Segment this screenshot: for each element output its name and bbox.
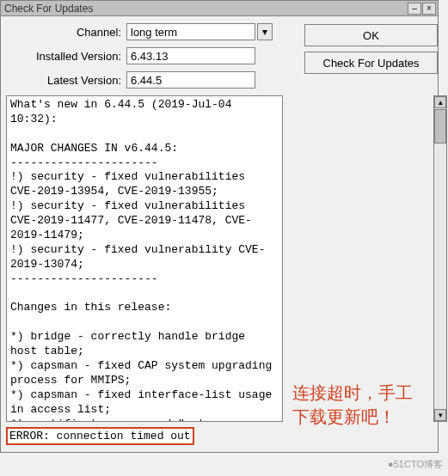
minimize-icon: – bbox=[412, 3, 417, 13]
annotation-text: 连接超时，手工 下载更新吧！ bbox=[292, 381, 413, 429]
error-message: ERROR: connection timed out bbox=[6, 427, 194, 445]
check-updates-button[interactable]: Check For Updates bbox=[304, 52, 438, 74]
watermark: ●51CTO博客 bbox=[388, 458, 443, 471]
channel-dropdown[interactable]: ▾ bbox=[126, 23, 273, 40]
titlebar: Check For Updates – × bbox=[1, 1, 438, 16]
scroll-down-button[interactable]: ▾ bbox=[434, 409, 446, 421]
latest-version-field bbox=[126, 71, 255, 88]
chevron-down-icon: ▾ bbox=[262, 26, 267, 38]
latest-row: Latest Version: bbox=[6, 71, 433, 88]
scrollbar[interactable]: ▴ ▾ bbox=[433, 95, 447, 422]
installed-version-field bbox=[126, 47, 255, 64]
close-button[interactable]: × bbox=[422, 3, 436, 15]
titlebar-buttons: – × bbox=[408, 3, 436, 15]
close-icon: × bbox=[427, 3, 432, 13]
action-buttons: OK Check For Updates bbox=[304, 24, 438, 74]
channel-dropdown-button[interactable]: ▾ bbox=[257, 23, 273, 40]
window-title: Check For Updates bbox=[3, 3, 93, 15]
channel-input[interactable] bbox=[126, 23, 255, 40]
scroll-up-button[interactable]: ▴ bbox=[434, 96, 446, 108]
changelog-container: What's new in 6.44.5 (2019-Jul-04 10:32)… bbox=[6, 95, 433, 422]
channel-label: Channel: bbox=[6, 26, 126, 39]
latest-label: Latest Version: bbox=[6, 74, 126, 87]
annotation-line2: 下载更新吧！ bbox=[292, 405, 413, 429]
minimize-button[interactable]: – bbox=[408, 3, 421, 15]
annotation-line1: 连接超时，手工 bbox=[292, 381, 413, 405]
ok-button[interactable]: OK bbox=[304, 24, 438, 46]
installed-label: Installed Version: bbox=[6, 50, 126, 63]
changelog-textarea[interactable]: What's new in 6.44.5 (2019-Jul-04 10:32)… bbox=[6, 95, 283, 422]
scroll-thumb[interactable] bbox=[434, 109, 446, 143]
